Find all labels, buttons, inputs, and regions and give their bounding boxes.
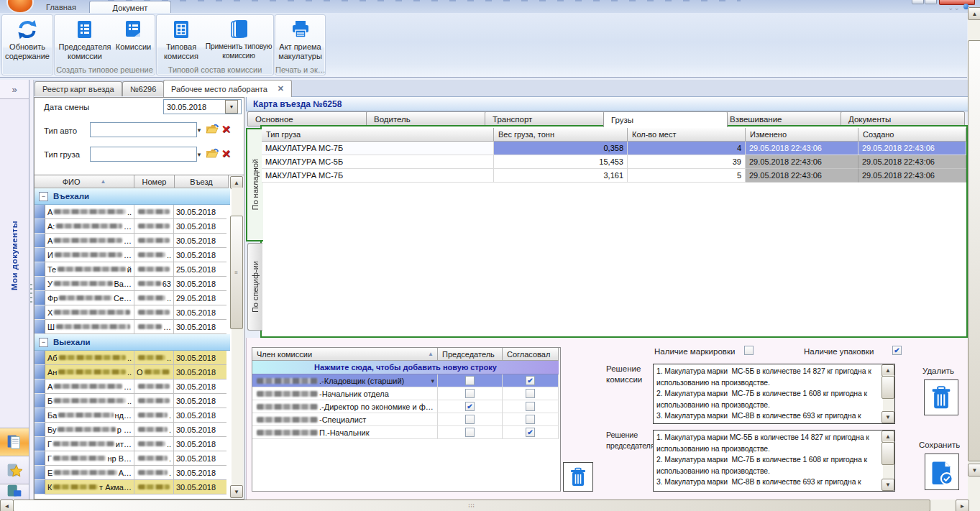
row-selector[interactable] — [35, 305, 45, 320]
auto-type-input[interactable] — [90, 122, 197, 137]
row-selector[interactable] — [35, 480, 45, 494]
combo-arrow-icon[interactable]: ▾ — [431, 377, 434, 385]
sidebar-item-documents[interactable] — [0, 428, 29, 456]
names-scroll-thumb[interactable]: ≡ — [230, 216, 243, 329]
row-selector[interactable] — [35, 291, 45, 305]
card-tab-1[interactable]: Водитель — [366, 111, 490, 126]
apply-typical-commission-button[interactable]: Применить типовую комиссию — [205, 17, 273, 60]
cargo-column-header[interactable]: Кол-во мест — [628, 128, 746, 142]
packing-checkbox[interactable] — [892, 346, 902, 355]
vehicle-row[interactable]: Тей25.05.2018 — [35, 262, 230, 277]
marking-checkbox[interactable] — [744, 346, 754, 355]
maximize-button[interactable] — [925, 0, 937, 4]
date-dropdown-button[interactable]: ▼ — [225, 100, 238, 114]
row-selector[interactable] — [35, 394, 45, 408]
vehicle-row[interactable]: У Ва…6330.05.2018 — [35, 277, 230, 291]
cargo-row[interactable]: МАКУЛАТУРА МС-7Б0,358429.05.2018 22:43:0… — [262, 142, 966, 155]
row-selector[interactable] — [35, 219, 45, 234]
side-tab-po-nakladnoy[interactable]: По накладной — [246, 128, 263, 241]
side-tab-po-specifikacii[interactable]: По специф-ии — [247, 243, 262, 331]
minimize-button[interactable] — [912, 0, 924, 4]
tab-reestr-kart-vezda[interactable]: Реестр карт въезда — [35, 81, 122, 96]
vehicle-row[interactable]: Кт Акма…30.05.2018 — [35, 480, 230, 494]
chairman-checkbox[interactable] — [465, 402, 475, 411]
agreed-checkbox[interactable] — [526, 415, 535, 424]
commission-row[interactable]: -Начальник отдела — [252, 387, 559, 400]
vehicle-row[interactable]: Аб....30.05.2018 — [35, 351, 230, 365]
agreed-checkbox[interactable] — [526, 389, 535, 398]
tab-rabochee-mesto-laboranta[interactable]: Рабочее место лаборанта ✕ — [163, 80, 292, 97]
group-row[interactable]: −Въехали — [35, 188, 230, 205]
commission-row[interactable]: -Специалист — [252, 413, 559, 426]
card-tab-2[interactable]: Транспорт — [485, 111, 609, 126]
vehicle-row[interactable]: И…..30.05.2018 — [35, 248, 230, 262]
main-scroll-thumb[interactable] — [968, 40, 980, 461]
vehicle-row[interactable]: Ш…30.05.2018 — [35, 320, 230, 334]
column-header-predsedatel[interactable]: Председатель — [438, 348, 503, 361]
commission-row[interactable]: П.-Начальник — [252, 426, 559, 439]
auto-clear-icon[interactable]: ✕ — [221, 123, 231, 136]
row-selector[interactable] — [35, 451, 45, 466]
chairman-checkbox[interactable] — [465, 428, 475, 437]
card-tab-5[interactable]: Документы — [841, 111, 965, 126]
agreed-checkbox[interactable] — [526, 428, 535, 437]
vehicle-row[interactable]: А…30.05.2018 — [35, 379, 230, 394]
scroll-down-icon[interactable]: ▼ — [881, 411, 894, 423]
chairman-decision-textarea[interactable]: 1. Макулатура марки МС-5Б в количестве 1… — [653, 430, 895, 492]
commission-decision-textarea[interactable]: 1. Макулатура марки МС-5Б в количестве 1… — [653, 364, 895, 424]
chairman-checkbox[interactable] — [465, 389, 475, 398]
cargo-dropdown-icon[interactable]: ▼ — [196, 152, 202, 158]
row-selector[interactable] — [35, 277, 45, 291]
cargo-column-header[interactable]: Изменено — [746, 128, 858, 142]
commission-row[interactable]: .-Директор по экономике и ф… — [252, 400, 559, 413]
tab-n6296[interactable]: №6296 — [122, 81, 164, 96]
column-header-vezd[interactable]: Въезд — [175, 175, 229, 188]
agreed-checkbox[interactable] — [526, 402, 535, 411]
collapse-group-icon[interactable]: − — [39, 192, 48, 201]
column-header-fio[interactable]: ФИО▲ — [35, 175, 134, 188]
delete-member-button[interactable] — [563, 462, 593, 492]
vehicle-row[interactable]: А:…30.05.2018 — [35, 219, 230, 234]
cargo-folder-icon[interactable] — [206, 147, 219, 160]
commission-button[interactable]: Комиссии — [114, 17, 153, 52]
typical-commission-button[interactable]: Типовая комиссия — [157, 17, 205, 60]
cargo-clear-icon[interactable]: ✕ — [221, 147, 231, 160]
row-selector[interactable] — [35, 437, 45, 451]
row-selector[interactable] — [35, 320, 45, 334]
vehicle-row[interactable]: Х30.05.2018 — [35, 305, 230, 320]
waste-paper-act-button[interactable]: Акт приема макулатуры — [277, 17, 324, 60]
vehicle-row[interactable]: Банд….30.05.2018 — [35, 408, 230, 423]
column-header-soglasoval[interactable]: Согласовал — [503, 348, 559, 361]
vehicle-row[interactable]: Ан..О30.05.2018 — [35, 365, 230, 379]
cargo-column-header[interactable]: Вес груза, тонн — [494, 128, 628, 142]
auto-dropdown-icon[interactable]: ▼ — [196, 127, 202, 134]
column-header-nomer[interactable]: Номер — [134, 175, 175, 188]
main-scroll-down-icon[interactable]: ▼ — [968, 464, 980, 477]
auto-folder-icon[interactable] — [206, 123, 219, 136]
collapse-ribbon-icon[interactable]: ⌄⌄ — [948, 4, 960, 11]
cargo-row[interactable]: МАКУЛАТУРА МС-5Б15,4533929.05.2018 22:43… — [262, 155, 966, 169]
chairman-checkbox[interactable] — [465, 376, 475, 385]
agreed-checkbox[interactable] — [526, 376, 535, 385]
vehicle-row[interactable]: А…30.05.2018 — [35, 234, 230, 248]
row-selector[interactable] — [35, 351, 45, 365]
ribbon-tab-dokument[interactable]: Документ — [89, 1, 171, 14]
vehicle-row[interactable]: Б..30.05.2018 — [35, 394, 230, 408]
add-new-row-button[interactable]: Нажмите сюда, чтобы добавить новую строк… — [252, 361, 559, 374]
chairman-checkbox[interactable] — [465, 415, 475, 424]
cargo-column-header[interactable]: Тип груза — [262, 128, 494, 142]
main-scroll-up-icon[interactable]: ▲ — [968, 7, 980, 20]
vehicle-row[interactable]: ЕА….30.05.2018 — [35, 466, 230, 480]
vehicle-row[interactable]: Бур ….30.05.2018 — [35, 423, 230, 437]
save-button[interactable] — [925, 454, 959, 490]
main-scroll-right-icon[interactable]: ► — [956, 500, 969, 511]
row-selector[interactable] — [35, 466, 45, 480]
scroll-thumb[interactable] — [881, 442, 894, 465]
row-selector[interactable] — [35, 379, 45, 394]
vehicle-row[interactable]: А..30.05.2018 — [35, 205, 230, 219]
close-tab-icon[interactable]: ✕ — [278, 84, 284, 93]
row-selector[interactable] — [35, 365, 45, 379]
scroll-thumb[interactable] — [881, 376, 894, 399]
vehicle-row[interactable]: Гит…..30.05.2018 — [35, 437, 230, 451]
main-hscroll-thumb[interactable]: ⁞⁞⁞ — [13, 500, 930, 511]
